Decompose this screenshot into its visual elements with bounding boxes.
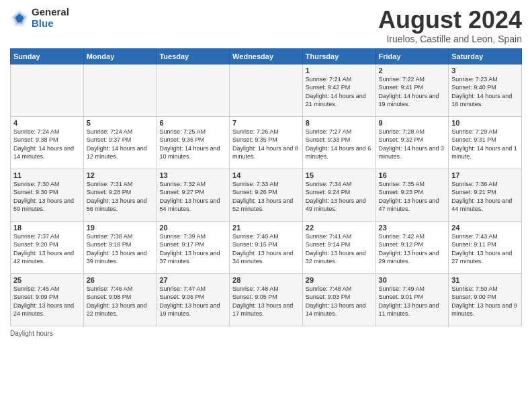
- col-tuesday: Tuesday: [157, 48, 230, 64]
- day-cell: 4Sunrise: 7:24 AM Sunset: 9:38 PM Daylig…: [11, 116, 84, 169]
- logo-text: General Blue: [32, 7, 69, 29]
- day-info: Sunrise: 7:40 AM Sunset: 9:15 PM Dayligh…: [232, 232, 300, 266]
- col-monday: Monday: [83, 48, 157, 64]
- day-cell: 9Sunrise: 7:28 AM Sunset: 9:32 PM Daylig…: [375, 116, 449, 169]
- day-cell: 25Sunrise: 7:45 AM Sunset: 9:09 PM Dayli…: [11, 273, 84, 326]
- day-cell: 30Sunrise: 7:49 AM Sunset: 9:01 PM Dayli…: [375, 273, 449, 326]
- week-row-4: 25Sunrise: 7:45 AM Sunset: 9:09 PM Dayli…: [11, 273, 522, 326]
- day-info: Sunrise: 7:29 AM Sunset: 9:31 PM Dayligh…: [451, 128, 519, 161]
- day-number: 14: [232, 171, 300, 179]
- day-number: 26: [87, 276, 154, 284]
- day-info: Sunrise: 7:24 AM Sunset: 9:37 PM Dayligh…: [87, 128, 154, 161]
- day-cell: 28Sunrise: 7:48 AM Sunset: 9:05 PM Dayli…: [230, 273, 303, 326]
- day-cell: [11, 64, 84, 116]
- day-info: Sunrise: 7:48 AM Sunset: 9:05 PM Dayligh…: [232, 285, 300, 318]
- day-info: Sunrise: 7:26 AM Sunset: 9:35 PM Dayligh…: [232, 128, 300, 161]
- day-number: 20: [159, 224, 226, 232]
- day-number: 12: [87, 171, 154, 179]
- day-number: 19: [87, 224, 154, 232]
- col-sunday: Sunday: [11, 48, 84, 64]
- day-info: Sunrise: 7:47 AM Sunset: 9:06 PM Dayligh…: [159, 285, 226, 318]
- day-info: Sunrise: 7:46 AM Sunset: 9:08 PM Dayligh…: [87, 285, 154, 318]
- day-cell: 15Sunrise: 7:34 AM Sunset: 9:24 PM Dayli…: [302, 169, 375, 221]
- calendar-table: Sunday Monday Tuesday Wednesday Thursday…: [10, 48, 522, 326]
- day-info: Sunrise: 7:34 AM Sunset: 9:24 PM Dayligh…: [306, 180, 373, 214]
- day-number: 22: [306, 224, 373, 232]
- day-info: Sunrise: 7:37 AM Sunset: 9:20 PM Dayligh…: [13, 232, 81, 266]
- day-info: Sunrise: 7:38 AM Sunset: 9:18 PM Dayligh…: [87, 232, 154, 266]
- day-number: 28: [232, 276, 300, 284]
- day-number: 21: [232, 224, 300, 232]
- day-info: Sunrise: 7:32 AM Sunset: 9:27 PM Dayligh…: [159, 180, 226, 214]
- col-thursday: Thursday: [302, 48, 375, 64]
- day-number: 29: [306, 276, 373, 284]
- day-number: 10: [451, 119, 519, 127]
- day-number: 17: [451, 171, 519, 179]
- day-info: Sunrise: 7:31 AM Sunset: 9:28 PM Dayligh…: [87, 180, 154, 214]
- day-info: Sunrise: 7:27 AM Sunset: 9:33 PM Dayligh…: [306, 128, 373, 161]
- col-wednesday: Wednesday: [230, 48, 303, 64]
- day-cell: 23Sunrise: 7:42 AM Sunset: 9:12 PM Dayli…: [375, 221, 449, 273]
- daylight-label: Daylight hours: [10, 330, 53, 337]
- logo: General Blue: [10, 7, 69, 29]
- day-info: Sunrise: 7:36 AM Sunset: 9:21 PM Dayligh…: [451, 180, 519, 214]
- day-number: 2: [379, 66, 446, 75]
- day-info: Sunrise: 7:30 AM Sunset: 9:30 PM Dayligh…: [13, 180, 81, 214]
- day-cell: 18Sunrise: 7:37 AM Sunset: 9:20 PM Dayli…: [11, 221, 84, 273]
- col-saturday: Saturday: [449, 48, 522, 64]
- week-row-1: 4Sunrise: 7:24 AM Sunset: 9:38 PM Daylig…: [11, 116, 522, 169]
- logo-blue: Blue: [32, 18, 69, 30]
- day-info: Sunrise: 7:41 AM Sunset: 9:14 PM Dayligh…: [306, 232, 373, 266]
- day-info: Sunrise: 7:49 AM Sunset: 9:01 PM Dayligh…: [379, 285, 446, 318]
- day-number: 23: [379, 224, 446, 232]
- day-info: Sunrise: 7:35 AM Sunset: 9:23 PM Dayligh…: [379, 180, 446, 214]
- day-cell: 2Sunrise: 7:22 AM Sunset: 9:41 PM Daylig…: [375, 64, 449, 116]
- day-cell: 12Sunrise: 7:31 AM Sunset: 9:28 PM Dayli…: [83, 169, 157, 221]
- title-block: August 2024 Iruelos, Castille and Leon, …: [378, 7, 522, 44]
- day-number: 13: [159, 171, 226, 179]
- logo-icon: [10, 9, 29, 28]
- day-info: Sunrise: 7:39 AM Sunset: 9:17 PM Dayligh…: [159, 232, 226, 266]
- day-number: 30: [379, 276, 446, 284]
- day-number: 9: [379, 119, 446, 127]
- header-row: Sunday Monday Tuesday Wednesday Thursday…: [11, 48, 522, 64]
- day-info: Sunrise: 7:50 AM Sunset: 9:00 PM Dayligh…: [451, 285, 519, 318]
- day-cell: 11Sunrise: 7:30 AM Sunset: 9:30 PM Dayli…: [11, 169, 84, 221]
- day-cell: 20Sunrise: 7:39 AM Sunset: 9:17 PM Dayli…: [157, 221, 230, 273]
- header: General Blue August 2024 Iruelos, Castil…: [10, 7, 522, 44]
- day-info: Sunrise: 7:28 AM Sunset: 9:32 PM Dayligh…: [379, 128, 446, 161]
- day-number: 3: [451, 66, 519, 75]
- day-cell: [83, 64, 157, 116]
- day-number: 16: [379, 171, 446, 179]
- day-cell: 14Sunrise: 7:33 AM Sunset: 9:26 PM Dayli…: [230, 169, 303, 221]
- day-cell: 27Sunrise: 7:47 AM Sunset: 9:06 PM Dayli…: [157, 273, 230, 326]
- day-cell: 13Sunrise: 7:32 AM Sunset: 9:27 PM Dayli…: [157, 169, 230, 221]
- day-number: 15: [306, 171, 373, 179]
- week-row-3: 18Sunrise: 7:37 AM Sunset: 9:20 PM Dayli…: [11, 221, 522, 273]
- day-cell: 6Sunrise: 7:25 AM Sunset: 9:36 PM Daylig…: [157, 116, 230, 169]
- logo-general: General: [32, 7, 69, 18]
- week-row-2: 11Sunrise: 7:30 AM Sunset: 9:30 PM Dayli…: [11, 169, 522, 221]
- day-info: Sunrise: 7:43 AM Sunset: 9:11 PM Dayligh…: [451, 232, 519, 266]
- day-number: 27: [159, 276, 226, 284]
- day-cell: 8Sunrise: 7:27 AM Sunset: 9:33 PM Daylig…: [302, 116, 375, 169]
- day-cell: 24Sunrise: 7:43 AM Sunset: 9:11 PM Dayli…: [449, 221, 522, 273]
- day-info: Sunrise: 7:21 AM Sunset: 9:42 PM Dayligh…: [306, 75, 373, 109]
- day-cell: 19Sunrise: 7:38 AM Sunset: 9:18 PM Dayli…: [83, 221, 157, 273]
- footer: Daylight hours: [10, 330, 522, 337]
- day-cell: 22Sunrise: 7:41 AM Sunset: 9:14 PM Dayli…: [302, 221, 375, 273]
- day-cell: 10Sunrise: 7:29 AM Sunset: 9:31 PM Dayli…: [449, 116, 522, 169]
- day-info: Sunrise: 7:25 AM Sunset: 9:36 PM Dayligh…: [159, 128, 226, 161]
- day-number: 24: [451, 224, 519, 232]
- day-cell: [230, 64, 303, 116]
- day-info: Sunrise: 7:22 AM Sunset: 9:41 PM Dayligh…: [379, 75, 446, 109]
- day-number: 18: [13, 224, 81, 232]
- day-info: Sunrise: 7:42 AM Sunset: 9:12 PM Dayligh…: [379, 232, 446, 266]
- day-number: 7: [232, 119, 300, 127]
- day-cell: 21Sunrise: 7:40 AM Sunset: 9:15 PM Dayli…: [230, 221, 303, 273]
- col-friday: Friday: [375, 48, 449, 64]
- day-number: 8: [306, 119, 373, 127]
- day-number: 5: [87, 119, 154, 127]
- day-number: 31: [451, 276, 519, 284]
- day-cell: [157, 64, 230, 116]
